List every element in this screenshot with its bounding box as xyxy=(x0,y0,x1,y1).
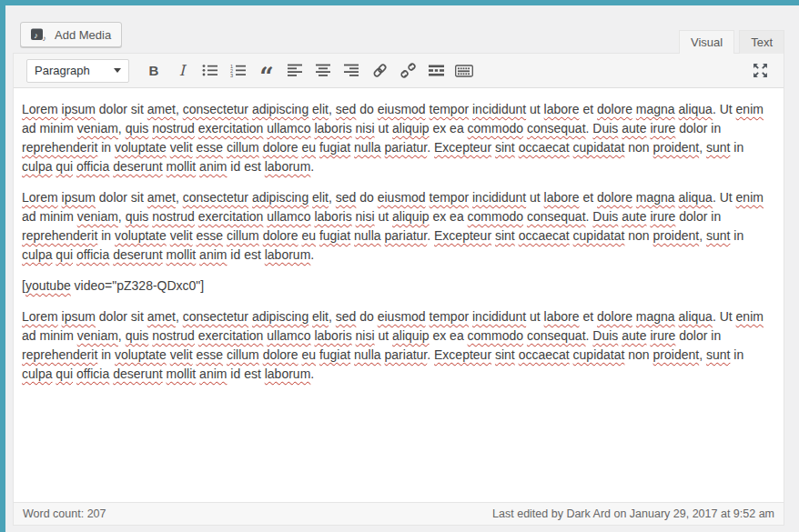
misspelled-word: consequat xyxy=(527,328,586,343)
misspelled-word: dolore xyxy=(263,140,298,155)
misspelled-word: velit xyxy=(170,140,193,155)
misspelled-word: exercitation xyxy=(198,121,264,136)
link-button[interactable] xyxy=(367,59,392,83)
misspelled-word: Lorem xyxy=(22,309,58,324)
misspelled-word: tempor xyxy=(430,190,470,205)
bulleted-list-icon xyxy=(202,64,218,77)
unlink-icon xyxy=(400,63,416,78)
misspelled-word: dolore xyxy=(263,347,298,362)
misspelled-word: officia xyxy=(76,247,109,262)
misspelled-word: aliqua xyxy=(679,309,713,324)
misspelled-word: nulla xyxy=(354,347,381,362)
misspelled-word: qui xyxy=(56,159,73,174)
misspelled-word: incididunt xyxy=(472,190,526,205)
misspelled-word: culpa xyxy=(22,366,52,381)
misspelled-word: anim xyxy=(199,247,227,262)
misspelled-word: ullamco xyxy=(267,209,310,224)
numbered-list-button[interactable]: 1 2 3 xyxy=(226,59,251,83)
misspelled-word: exercitation xyxy=(198,209,264,224)
editor-paragraph: Lorem ipsum dolor sit amet, consectetur … xyxy=(22,100,775,176)
misspelled-word: nisi xyxy=(356,328,375,343)
toolbar-toggle-button[interactable] xyxy=(451,59,477,83)
misspelled-word: qui xyxy=(56,247,73,262)
misspelled-word: voluptate xyxy=(115,228,167,243)
tab-text[interactable]: Text xyxy=(739,30,784,54)
misspelled-word: consequat xyxy=(527,121,586,136)
read-more-tag-button[interactable] xyxy=(423,59,449,83)
misspelled-word: enim xyxy=(736,309,764,324)
align-left-button[interactable] xyxy=(282,59,308,83)
misspelled-word: fugiat xyxy=(319,140,350,155)
misspelled-word: sed xyxy=(336,102,357,116)
misspelled-word: incididunt xyxy=(472,102,526,116)
misspelled-word: culpa xyxy=(22,159,52,174)
numbered-list-icon: 1 2 3 xyxy=(230,64,247,77)
misspelled-word: culpa xyxy=(22,247,52,262)
word-count: Word count: 207 xyxy=(23,507,106,520)
svg-text:♪: ♪ xyxy=(34,31,38,40)
misspelled-word: elit xyxy=(312,102,329,116)
misspelled-word: eiusmod xyxy=(378,309,426,324)
misspelled-word: voluptate xyxy=(115,347,167,362)
misspelled-word: aute xyxy=(622,121,646,136)
misspelled-word: esse xyxy=(196,347,223,362)
paragraph-format-select[interactable]: Paragraph xyxy=(26,59,129,83)
blockquote-button[interactable]: “ xyxy=(254,59,279,83)
distraction-free-button[interactable] xyxy=(747,59,773,83)
align-right-button[interactable] xyxy=(339,59,364,83)
tab-visual[interactable]: Visual xyxy=(679,30,734,54)
editor-page: ♪ ♪ Add Media Visual Text Paragraph B xyxy=(5,5,799,532)
misspelled-word: esse xyxy=(196,140,223,155)
italic-button[interactable]: I xyxy=(169,59,195,83)
misspelled-word: aliquip xyxy=(392,121,429,136)
media-icon: ♪ ♪ xyxy=(31,27,48,42)
misspelled-word: sed xyxy=(336,190,357,205)
misspelled-word: Excepteur xyxy=(434,228,491,243)
misspelled-word: cupidatat xyxy=(573,228,625,243)
misspelled-word: fugiat xyxy=(319,228,350,243)
add-media-button[interactable]: ♪ ♪ Add Media xyxy=(20,22,122,47)
align-right-icon xyxy=(344,64,359,77)
misspelled-word: nulla xyxy=(354,140,381,155)
bold-button[interactable]: B xyxy=(141,59,167,83)
misspelled-word: sint xyxy=(495,347,515,362)
misspelled-word: sed xyxy=(336,309,357,324)
misspelled-word: occaecat xyxy=(519,140,570,155)
misspelled-word: sunt xyxy=(706,347,730,362)
misspelled-word: commodo xyxy=(468,209,523,224)
editor-content[interactable]: Lorem ipsum dolor sit amet, consectetur … xyxy=(14,88,784,502)
misspelled-word: cillum xyxy=(227,347,259,362)
misspelled-word: deserunt xyxy=(113,366,162,381)
bulleted-list-button[interactable] xyxy=(197,59,223,83)
chevron-down-icon xyxy=(114,68,121,73)
misspelled-word: officia xyxy=(76,366,109,381)
window-frame: ♪ ♪ Add Media Visual Text Paragraph B xyxy=(0,0,799,532)
misspelled-word: esse xyxy=(196,228,223,243)
keyboard-icon xyxy=(455,64,473,78)
align-center-button[interactable] xyxy=(310,59,336,83)
misspelled-word: labore xyxy=(544,102,580,116)
word-count-value: 207 xyxy=(87,507,106,520)
link-icon xyxy=(372,63,388,78)
misspelled-word: fugiat xyxy=(319,347,350,362)
misspelled-word: mollit xyxy=(167,247,197,262)
unlink-button[interactable] xyxy=(395,59,420,83)
misspelled-word: aliqua xyxy=(679,190,713,205)
misspelled-word: dolore xyxy=(597,309,632,324)
misspelled-word: consectetur xyxy=(183,102,248,116)
fullscreen-expand-icon xyxy=(753,63,768,78)
misspelled-word: ullamco xyxy=(267,328,310,343)
misspelled-word: proident xyxy=(653,347,700,362)
misspelled-word: quis xyxy=(126,121,149,136)
misspelled-word: tempor xyxy=(430,309,470,324)
misspelled-word: enim xyxy=(736,102,764,116)
editor-paragraph: Lorem ipsum dolor sit amet, consectetur … xyxy=(22,188,775,265)
misspelled-word: adipiscing xyxy=(252,102,308,116)
misspelled-word: veniam xyxy=(77,121,118,136)
misspelled-word: nulla xyxy=(354,228,381,243)
misspelled-word: irure xyxy=(650,121,675,136)
misspelled-word: labore xyxy=(544,190,580,205)
last-edited-text: Last edited by Dark Ard on January 29, 2… xyxy=(492,507,774,520)
misspelled-word: laborum xyxy=(265,366,311,381)
misspelled-word: pariatur xyxy=(385,347,428,362)
